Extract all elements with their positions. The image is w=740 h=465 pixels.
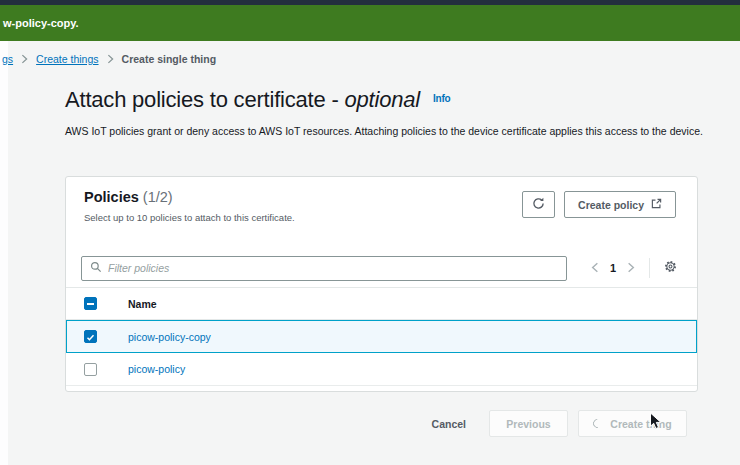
pagination-current-page[interactable]: 1	[610, 262, 616, 274]
filter-input-wrapper	[81, 256, 567, 281]
panel-counter: (1/2)	[143, 189, 173, 205]
create-thing-label: Create thing	[610, 418, 671, 430]
chevron-left-icon	[591, 261, 599, 276]
cancel-button[interactable]: Cancel	[432, 418, 466, 430]
flashbar-message: w-policy-copy.	[3, 17, 79, 29]
panel-title: Policies (1/2)	[84, 189, 173, 205]
page-title-optional: optional	[345, 87, 420, 112]
spinner-icon	[592, 417, 605, 430]
wizard-footer-actions: Cancel Previous Create thing	[432, 410, 687, 437]
chevron-right-icon	[107, 54, 114, 64]
filter-policies-input[interactable]	[108, 262, 558, 274]
page-title-text: Attach policies to certificate -	[65, 87, 345, 112]
chevron-right-icon	[21, 54, 28, 64]
select-all-checkbox[interactable]	[84, 297, 97, 310]
row-checkbox[interactable]	[84, 330, 97, 343]
page-title: Attach policies to certificate - optiona…	[65, 87, 450, 113]
policy-link[interactable]: picow-policy	[128, 363, 185, 375]
filter-row: 1	[81, 249, 679, 287]
page-description: AWS IoT policies grant or deny access to…	[65, 122, 705, 141]
panel-description: Select up to 10 policies to attach to th…	[84, 212, 295, 223]
indeterminate-icon	[87, 303, 94, 305]
create-thing-button[interactable]: Create thing	[578, 410, 687, 437]
aws-iot-console-screen: w-policy-copy. gs Create things Create s…	[0, 0, 740, 465]
row-checkbox[interactable]	[84, 363, 97, 376]
chevron-right-icon	[627, 261, 635, 276]
refresh-button[interactable]	[522, 191, 555, 218]
column-header-name: Name	[128, 298, 157, 310]
table-header-row: Name	[66, 287, 697, 320]
breadcrumb-link-things[interactable]: gs	[2, 53, 13, 65]
table-row-picow-policy[interactable]: picow-policy	[66, 353, 697, 386]
refresh-icon	[532, 197, 545, 212]
external-link-icon	[651, 198, 662, 211]
pagination-divider	[649, 258, 650, 278]
search-icon	[90, 259, 102, 277]
create-policy-label: Create policy	[578, 199, 644, 211]
pagination-previous-button[interactable]	[589, 259, 601, 278]
checkmark-icon	[86, 328, 95, 346]
breadcrumb: gs Create things Create single thing	[2, 53, 216, 65]
previous-button[interactable]: Previous	[489, 410, 568, 437]
breadcrumb-link-create-things[interactable]: Create things	[36, 53, 98, 65]
table-row-picow-policy-copy[interactable]: picow-policy-copy	[66, 320, 697, 353]
info-link[interactable]: Info	[433, 93, 451, 104]
left-gutter	[0, 41, 8, 465]
policy-link[interactable]: picow-policy-copy	[128, 331, 211, 343]
pagination-next-button[interactable]	[625, 259, 637, 278]
create-policy-button[interactable]: Create policy	[564, 191, 676, 218]
panel-actions: Create policy	[522, 191, 676, 218]
pagination: 1	[589, 258, 679, 278]
panel-title-text: Policies	[84, 189, 139, 205]
preferences-button[interactable]	[662, 258, 679, 278]
policies-panel: Policies (1/2) Select up to 10 policies …	[65, 176, 698, 392]
success-flashbar: w-policy-copy.	[0, 5, 740, 41]
breadcrumb-current: Create single thing	[122, 53, 217, 65]
gear-icon	[664, 260, 677, 276]
